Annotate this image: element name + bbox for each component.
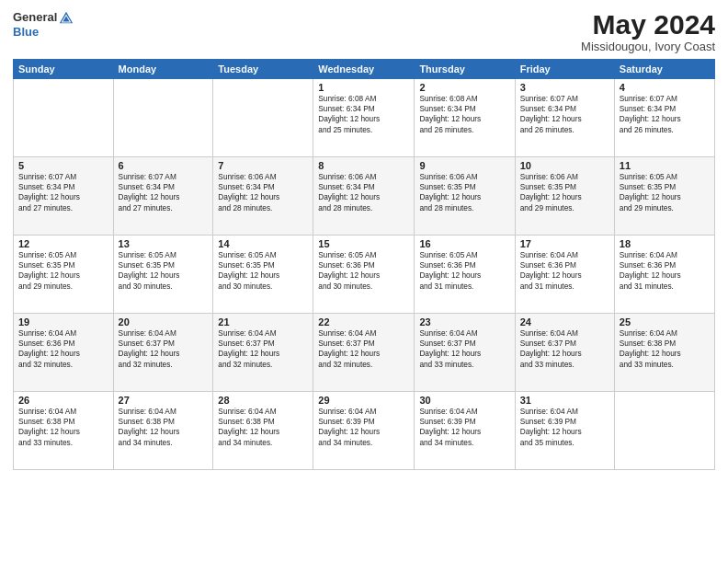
day-info: Sunrise: 6:04 AM Sunset: 6:38 PM Dayligh… (119, 407, 209, 448)
day-number: 26 (18, 395, 108, 406)
week-row-4: 19Sunrise: 6:04 AM Sunset: 6:36 PM Dayli… (14, 314, 715, 392)
day-number: 29 (318, 395, 409, 406)
page: General Blue May 2024 Missidougou, Ivory… (0, 0, 728, 563)
calendar-table: SundayMondayTuesdayWednesdayThursdayFrid… (13, 59, 715, 470)
logo-general: General (13, 11, 57, 24)
day-cell: 25Sunrise: 6:04 AM Sunset: 6:38 PM Dayli… (614, 314, 714, 392)
day-number: 18 (620, 238, 710, 249)
day-info: Sunrise: 6:04 AM Sunset: 6:37 PM Dayligh… (119, 328, 209, 370)
day-cell: 16Sunrise: 6:05 AM Sunset: 6:36 PM Dayli… (415, 236, 515, 314)
day-number: 30 (419, 395, 509, 406)
day-cell: 1Sunrise: 6:08 AM Sunset: 6:34 PM Daylig… (313, 79, 415, 157)
day-number: 23 (419, 316, 509, 327)
day-cell (213, 79, 313, 157)
week-row-2: 5Sunrise: 6:07 AM Sunset: 6:34 PM Daylig… (14, 157, 715, 236)
header-cell-saturday: Saturday (614, 60, 714, 79)
day-info: Sunrise: 6:05 AM Sunset: 6:35 PM Dayligh… (18, 250, 108, 292)
day-cell: 13Sunrise: 6:05 AM Sunset: 6:35 PM Dayli… (113, 236, 213, 314)
day-number: 7 (218, 160, 308, 171)
week-row-1: 1Sunrise: 6:08 AM Sunset: 6:34 PM Daylig… (14, 79, 715, 157)
day-info: Sunrise: 6:04 AM Sunset: 6:36 PM Dayligh… (620, 250, 710, 292)
day-info: Sunrise: 6:04 AM Sunset: 6:38 PM Dayligh… (218, 407, 308, 448)
header-cell-wednesday: Wednesday (313, 60, 415, 79)
day-number: 31 (520, 395, 609, 406)
day-info: Sunrise: 6:06 AM Sunset: 6:35 PM Dayligh… (419, 172, 509, 213)
day-info: Sunrise: 6:04 AM Sunset: 6:36 PM Dayligh… (18, 328, 108, 370)
day-number: 27 (119, 395, 209, 406)
day-info: Sunrise: 6:04 AM Sunset: 6:37 PM Dayligh… (318, 328, 409, 370)
day-info: Sunrise: 6:07 AM Sunset: 6:34 PM Dayligh… (520, 94, 609, 135)
day-number: 15 (318, 238, 409, 249)
header-row: SundayMondayTuesdayWednesdayThursdayFrid… (14, 60, 715, 79)
day-info: Sunrise: 6:05 AM Sunset: 6:35 PM Dayligh… (620, 172, 710, 213)
logo-blue: Blue (13, 26, 39, 39)
day-info: Sunrise: 6:04 AM Sunset: 6:38 PM Dayligh… (620, 328, 710, 370)
day-number: 3 (520, 82, 609, 93)
day-cell: 15Sunrise: 6:05 AM Sunset: 6:36 PM Dayli… (313, 236, 415, 314)
header-cell-friday: Friday (515, 60, 614, 79)
day-cell: 2Sunrise: 6:08 AM Sunset: 6:34 PM Daylig… (415, 79, 515, 157)
day-info: Sunrise: 6:08 AM Sunset: 6:34 PM Dayligh… (318, 94, 409, 135)
day-number: 9 (419, 160, 509, 171)
day-info: Sunrise: 6:05 AM Sunset: 6:35 PM Dayligh… (218, 250, 308, 292)
day-info: Sunrise: 6:04 AM Sunset: 6:37 PM Dayligh… (520, 328, 609, 370)
day-cell: 22Sunrise: 6:04 AM Sunset: 6:37 PM Dayli… (313, 314, 415, 392)
day-number: 28 (218, 395, 308, 406)
day-info: Sunrise: 6:04 AM Sunset: 6:39 PM Dayligh… (419, 407, 509, 448)
day-cell: 5Sunrise: 6:07 AM Sunset: 6:34 PM Daylig… (14, 157, 114, 236)
day-number: 11 (620, 160, 710, 171)
day-cell: 31Sunrise: 6:04 AM Sunset: 6:39 PM Dayli… (515, 392, 614, 470)
day-cell: 14Sunrise: 6:05 AM Sunset: 6:35 PM Dayli… (213, 236, 313, 314)
day-cell: 30Sunrise: 6:04 AM Sunset: 6:39 PM Dayli… (415, 392, 515, 470)
day-number: 10 (520, 160, 609, 171)
day-cell: 6Sunrise: 6:07 AM Sunset: 6:34 PM Daylig… (113, 157, 213, 236)
day-cell: 18Sunrise: 6:04 AM Sunset: 6:36 PM Dayli… (614, 236, 714, 314)
day-cell (614, 392, 714, 470)
calendar-subtitle: Missidougou, Ivory Coast (581, 40, 715, 53)
day-number: 20 (119, 316, 209, 327)
day-number: 13 (119, 238, 209, 249)
day-cell: 8Sunrise: 6:06 AM Sunset: 6:34 PM Daylig… (313, 157, 415, 236)
day-number: 22 (318, 316, 409, 327)
day-cell: 26Sunrise: 6:04 AM Sunset: 6:38 PM Dayli… (14, 392, 114, 470)
day-cell: 3Sunrise: 6:07 AM Sunset: 6:34 PM Daylig… (515, 79, 614, 157)
day-number: 14 (218, 238, 308, 249)
day-cell: 20Sunrise: 6:04 AM Sunset: 6:37 PM Dayli… (113, 314, 213, 392)
day-info: Sunrise: 6:04 AM Sunset: 6:39 PM Dayligh… (520, 407, 609, 448)
day-cell: 24Sunrise: 6:04 AM Sunset: 6:37 PM Dayli… (515, 314, 614, 392)
day-cell: 17Sunrise: 6:04 AM Sunset: 6:36 PM Dayli… (515, 236, 614, 314)
day-number: 6 (119, 160, 209, 171)
day-cell: 11Sunrise: 6:05 AM Sunset: 6:35 PM Dayli… (614, 157, 714, 236)
header-cell-thursday: Thursday (415, 60, 515, 79)
day-number: 21 (218, 316, 308, 327)
day-number: 4 (620, 82, 710, 93)
week-row-3: 12Sunrise: 6:05 AM Sunset: 6:35 PM Dayli… (14, 236, 715, 314)
day-info: Sunrise: 6:04 AM Sunset: 6:37 PM Dayligh… (218, 328, 308, 370)
day-number: 1 (318, 82, 409, 93)
header-cell-monday: Monday (113, 60, 213, 79)
day-info: Sunrise: 6:07 AM Sunset: 6:34 PM Dayligh… (18, 172, 108, 213)
header-cell-tuesday: Tuesday (213, 60, 313, 79)
day-number: 24 (520, 316, 609, 327)
day-info: Sunrise: 6:04 AM Sunset: 6:39 PM Dayligh… (318, 407, 409, 448)
day-cell: 28Sunrise: 6:04 AM Sunset: 6:38 PM Dayli… (213, 392, 313, 470)
day-info: Sunrise: 6:05 AM Sunset: 6:36 PM Dayligh… (419, 250, 509, 292)
day-cell: 29Sunrise: 6:04 AM Sunset: 6:39 PM Dayli… (313, 392, 415, 470)
day-cell: 23Sunrise: 6:04 AM Sunset: 6:37 PM Dayli… (415, 314, 515, 392)
day-number: 16 (419, 238, 509, 249)
title-block: May 2024 Missidougou, Ivory Coast (581, 9, 715, 53)
day-info: Sunrise: 6:07 AM Sunset: 6:34 PM Dayligh… (119, 172, 209, 213)
calendar-title: May 2024 (581, 9, 715, 40)
day-number: 2 (419, 82, 509, 93)
day-cell: 12Sunrise: 6:05 AM Sunset: 6:35 PM Dayli… (14, 236, 114, 314)
day-info: Sunrise: 6:07 AM Sunset: 6:34 PM Dayligh… (620, 94, 710, 135)
day-cell: 21Sunrise: 6:04 AM Sunset: 6:37 PM Dayli… (213, 314, 313, 392)
logo-icon (58, 9, 74, 26)
day-info: Sunrise: 6:04 AM Sunset: 6:36 PM Dayligh… (520, 250, 609, 292)
day-number: 5 (18, 160, 108, 171)
logo: General Blue (13, 9, 74, 39)
day-info: Sunrise: 6:06 AM Sunset: 6:34 PM Dayligh… (318, 172, 409, 213)
day-number: 17 (520, 238, 609, 249)
day-cell: 19Sunrise: 6:04 AM Sunset: 6:36 PM Dayli… (14, 314, 114, 392)
header-cell-sunday: Sunday (14, 60, 114, 79)
